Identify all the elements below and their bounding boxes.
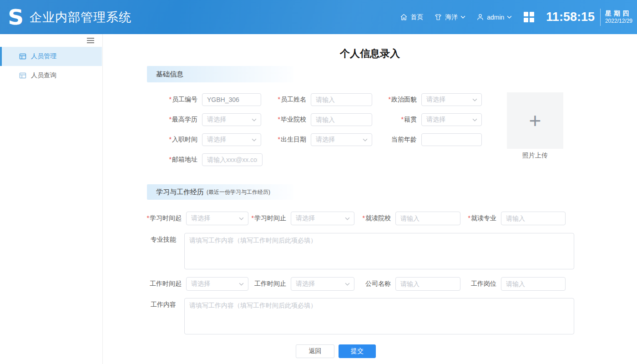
work-start-label: 工作时间起 bbox=[150, 280, 182, 287]
work-content-label: 工作内容 bbox=[151, 301, 176, 309]
app-header: S 企业内部管理系统 首页 海洋 bbox=[0, 0, 637, 34]
form-row: *员工编号 *员工姓名 *政治面貌 请选择 bbox=[103, 93, 482, 106]
required-mark: * bbox=[389, 96, 391, 103]
skills-textarea[interactable] bbox=[184, 233, 574, 269]
required-mark: * bbox=[169, 156, 172, 163]
skills-label: 专业技能 bbox=[151, 236, 176, 244]
birth-date-select[interactable]: 请选择 bbox=[311, 133, 372, 146]
required-mark: * bbox=[252, 214, 254, 222]
photo-upload-box[interactable]: + bbox=[507, 92, 563, 149]
chevron-down-icon bbox=[363, 138, 368, 142]
sidebar-item-personnel-query[interactable]: 人员查询 bbox=[0, 66, 102, 85]
grad-school-input[interactable] bbox=[311, 113, 372, 126]
study-start-label: 学习时间起 bbox=[150, 214, 182, 222]
position-label: 工作岗位 bbox=[471, 280, 496, 287]
chevron-down-icon bbox=[252, 138, 257, 142]
company-label: 公司名称 bbox=[365, 280, 391, 287]
section-experience: 学习与工作经历 (最近一份学习与工作经历) bbox=[147, 184, 293, 200]
chevron-down-icon bbox=[239, 217, 244, 220]
required-mark: * bbox=[363, 214, 365, 222]
hire-date-select[interactable]: 请选择 bbox=[202, 133, 261, 146]
company-input[interactable] bbox=[395, 277, 460, 291]
work-end-label: 工作时间止 bbox=[254, 280, 286, 287]
form-row: *学习时间起 请选择 *学习时间止 请选择 *就读院校 *就读专业 bbox=[103, 212, 566, 225]
email-input[interactable] bbox=[202, 153, 263, 166]
required-mark: * bbox=[278, 116, 280, 123]
required-mark: * bbox=[401, 116, 404, 123]
required-mark: * bbox=[278, 136, 280, 143]
emp-no-label: 员工编号 bbox=[172, 96, 197, 103]
emp-name-input[interactable] bbox=[311, 93, 372, 106]
required-mark: * bbox=[468, 214, 470, 222]
chevron-down-icon bbox=[460, 15, 465, 19]
chevron-down-icon bbox=[345, 283, 350, 286]
age-label: 当前年龄 bbox=[391, 136, 417, 143]
sidebar-item-personnel-management[interactable]: 人员管理 bbox=[0, 47, 102, 66]
form-row: *入职时间 请选择 *出生日期 请选择 当前年龄 bbox=[103, 133, 482, 146]
shirt-icon bbox=[434, 13, 442, 21]
work-content-textarea[interactable] bbox=[184, 298, 574, 334]
plus-icon: + bbox=[529, 110, 541, 131]
app-title: 企业内部管理系统 bbox=[30, 9, 131, 25]
section-basic-title: 基础信息 bbox=[156, 70, 183, 79]
emp-name-label: 员工姓名 bbox=[281, 96, 306, 103]
study-end-label: 学习时间止 bbox=[254, 214, 286, 222]
required-mark: * bbox=[147, 214, 149, 222]
chevron-down-icon bbox=[472, 118, 477, 121]
education-select[interactable]: 请选择 bbox=[202, 113, 261, 126]
native-place-select[interactable]: 请选择 bbox=[421, 113, 482, 126]
chevron-down-icon bbox=[472, 98, 477, 101]
native-place-label: 籍贯 bbox=[404, 116, 417, 123]
age-input[interactable] bbox=[421, 133, 482, 146]
major-label: 就读专业 bbox=[471, 214, 496, 222]
submit-button[interactable]: 提交 bbox=[339, 344, 376, 358]
political-status-select[interactable]: 请选择 bbox=[421, 93, 482, 106]
date-label: 2022/12/29 bbox=[605, 18, 632, 25]
emp-no-input[interactable] bbox=[202, 93, 261, 106]
nav-user-label: admin bbox=[487, 14, 504, 21]
chevron-down-icon bbox=[252, 118, 257, 121]
back-button[interactable]: 返回 bbox=[296, 344, 334, 358]
required-mark: * bbox=[169, 116, 172, 123]
work-end-select[interactable]: 请选择 bbox=[291, 277, 354, 291]
form-row: *最高学历 请选择 *毕业院校 *籍贯 请选择 bbox=[103, 113, 482, 126]
sidebar-collapse-icon[interactable] bbox=[86, 37, 95, 46]
table-icon bbox=[19, 72, 26, 79]
photo-upload-label: 照片上传 bbox=[507, 152, 563, 160]
study-end-select[interactable]: 请选择 bbox=[291, 212, 354, 225]
education-label: 最高学历 bbox=[172, 116, 197, 123]
work-start-select[interactable]: 请选择 bbox=[186, 277, 248, 291]
nav-theme-label: 海洋 bbox=[445, 13, 458, 21]
email-label: 邮箱地址 bbox=[172, 156, 197, 163]
required-mark: * bbox=[278, 96, 280, 103]
required-mark: * bbox=[169, 96, 172, 103]
study-start-select[interactable]: 请选择 bbox=[186, 212, 248, 225]
nav-theme[interactable]: 海洋 bbox=[434, 13, 465, 21]
study-school-input[interactable] bbox=[395, 212, 460, 225]
sidebar-menu: 人员管理 人员查询 bbox=[0, 47, 102, 85]
app-logo: S bbox=[8, 7, 24, 28]
sidebar: 人员管理 人员查询 bbox=[0, 34, 103, 364]
page-title: 个人信息录入 bbox=[103, 47, 637, 61]
apps-grid-icon[interactable] bbox=[524, 12, 534, 22]
nav-home[interactable]: 首页 bbox=[400, 13, 423, 21]
study-school-label: 就读院校 bbox=[365, 214, 391, 222]
grad-school-label: 毕业院校 bbox=[281, 116, 306, 123]
hire-date-label: 入职时间 bbox=[172, 136, 197, 143]
nav-home-label: 首页 bbox=[410, 13, 423, 21]
major-input[interactable] bbox=[501, 212, 566, 225]
chevron-down-icon bbox=[345, 217, 350, 220]
section-basic-info: 基础信息 bbox=[147, 66, 293, 82]
date-block: 星期四 2022/12/29 bbox=[605, 10, 632, 25]
clock-time: 11:58:15 bbox=[546, 10, 595, 24]
chevron-down-icon bbox=[507, 15, 512, 19]
birth-date-label: 出生日期 bbox=[281, 136, 306, 143]
position-input[interactable] bbox=[501, 277, 566, 291]
clock-divider bbox=[600, 9, 601, 26]
nav-user[interactable]: admin bbox=[476, 13, 512, 21]
chevron-down-icon bbox=[239, 283, 244, 286]
main-content: 个人信息录入 基础信息 *员工编号 *员工姓名 *政治面貌 请选择 *最高学历 … bbox=[103, 34, 637, 364]
section-exp-title: 学习与工作经历 bbox=[156, 188, 204, 197]
sidebar-item-label: 人员管理 bbox=[31, 52, 56, 61]
header-nav: 首页 海洋 admin bbox=[389, 9, 637, 26]
